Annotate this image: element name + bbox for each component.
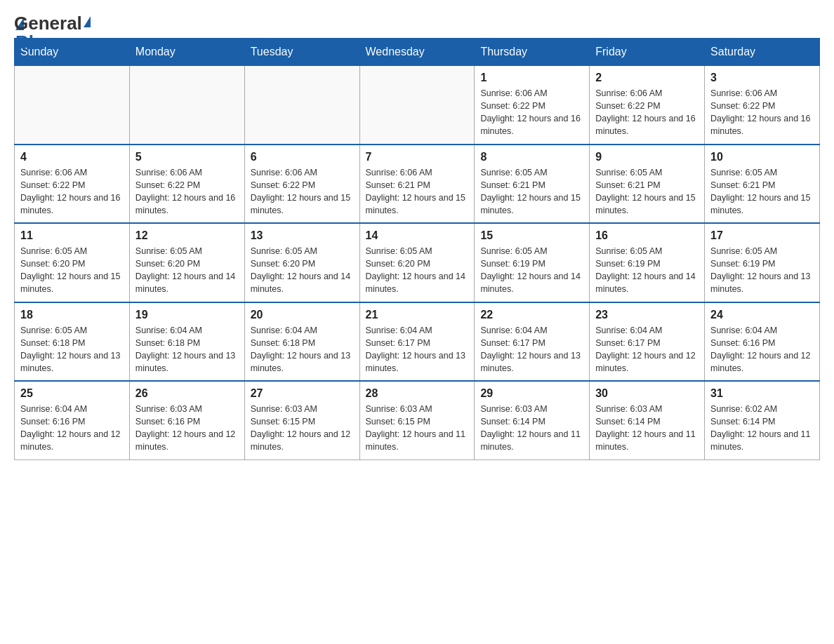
day-info: Sunrise: 6:05 AMSunset: 6:21 PMDaylight:… — [710, 166, 814, 217]
day-info: Sunrise: 6:05 AMSunset: 6:18 PMDaylight:… — [20, 324, 124, 375]
day-number: 22 — [480, 309, 583, 321]
day-number: 30 — [595, 387, 699, 400]
calendar-day-cell: 30Sunrise: 6:03 AMSunset: 6:14 PMDayligh… — [590, 381, 705, 459]
day-info: Sunrise: 6:03 AMSunset: 6:14 PMDaylight:… — [595, 403, 699, 454]
day-number: 28 — [366, 387, 469, 400]
day-number: 14 — [366, 229, 469, 242]
day-info: Sunrise: 6:03 AMSunset: 6:16 PMDaylight:… — [135, 403, 239, 454]
logo-arrow-icon — [84, 16, 91, 27]
calendar-day-cell: 16Sunrise: 6:05 AMSunset: 6:19 PMDayligh… — [590, 223, 705, 302]
logo-blue-part: Blue — [15, 32, 55, 53]
day-info: Sunrise: 6:03 AMSunset: 6:15 PMDaylight:… — [366, 403, 469, 454]
calendar-day-cell: 27Sunrise: 6:03 AMSunset: 6:15 PMDayligh… — [244, 381, 359, 459]
day-number: 21 — [366, 309, 469, 321]
calendar-week-row: 25Sunrise: 6:04 AMSunset: 6:16 PMDayligh… — [15, 381, 820, 459]
day-number: 16 — [595, 229, 699, 242]
day-info: Sunrise: 6:05 AMSunset: 6:20 PMDaylight:… — [366, 245, 469, 296]
calendar-day-cell: 5Sunrise: 6:06 AMSunset: 6:22 PMDaylight… — [129, 145, 244, 224]
day-info: Sunrise: 6:06 AMSunset: 6:22 PMDaylight:… — [595, 87, 699, 138]
calendar-day-cell — [129, 66, 244, 145]
day-number: 5 — [135, 151, 239, 163]
day-number: 11 — [20, 229, 124, 242]
day-info: Sunrise: 6:06 AMSunset: 6:22 PMDaylight:… — [480, 87, 583, 138]
page-header — [14, 14, 820, 31]
calendar-day-cell — [244, 66, 359, 145]
day-info: Sunrise: 6:04 AMSunset: 6:17 PMDaylight:… — [595, 324, 699, 375]
day-number: 13 — [251, 229, 354, 242]
calendar-week-row: 4Sunrise: 6:06 AMSunset: 6:22 PMDaylight… — [15, 145, 820, 224]
calendar-day-cell: 11Sunrise: 6:05 AMSunset: 6:20 PMDayligh… — [15, 223, 130, 302]
day-info: Sunrise: 6:06 AMSunset: 6:21 PMDaylight:… — [366, 166, 469, 217]
day-number: 1 — [480, 72, 583, 84]
day-number: 9 — [595, 151, 699, 163]
calendar-day-cell — [359, 66, 475, 145]
calendar-day-cell: 7Sunrise: 6:06 AMSunset: 6:21 PMDaylight… — [359, 145, 475, 224]
day-info: Sunrise: 6:05 AMSunset: 6:19 PMDaylight:… — [595, 245, 699, 296]
day-info: Sunrise: 6:04 AMSunset: 6:17 PMDaylight:… — [366, 324, 469, 375]
day-info: Sunrise: 6:06 AMSunset: 6:22 PMDaylight:… — [135, 166, 239, 217]
day-info: Sunrise: 6:02 AMSunset: 6:14 PMDaylight:… — [710, 403, 814, 454]
day-info: Sunrise: 6:03 AMSunset: 6:14 PMDaylight:… — [480, 403, 583, 454]
day-info: Sunrise: 6:05 AMSunset: 6:21 PMDaylight:… — [480, 166, 583, 217]
day-info: Sunrise: 6:05 AMSunset: 6:21 PMDaylight:… — [595, 166, 699, 217]
calendar-day-cell: 6Sunrise: 6:06 AMSunset: 6:22 PMDaylight… — [244, 145, 359, 224]
calendar-day-cell: 13Sunrise: 6:05 AMSunset: 6:20 PMDayligh… — [244, 223, 359, 302]
day-number: 25 — [20, 387, 124, 400]
calendar-day-cell: 31Sunrise: 6:02 AMSunset: 6:14 PMDayligh… — [705, 381, 820, 459]
calendar-day-cell: 17Sunrise: 6:05 AMSunset: 6:19 PMDayligh… — [705, 223, 820, 302]
calendar-day-cell: 20Sunrise: 6:04 AMSunset: 6:18 PMDayligh… — [244, 302, 359, 382]
day-number: 4 — [20, 151, 124, 163]
calendar-day-cell: 4Sunrise: 6:06 AMSunset: 6:22 PMDaylight… — [15, 145, 130, 224]
day-number: 7 — [366, 151, 469, 163]
day-info: Sunrise: 6:05 AMSunset: 6:19 PMDaylight:… — [710, 245, 814, 296]
day-number: 27 — [251, 387, 354, 400]
day-number: 29 — [480, 387, 583, 400]
day-number: 23 — [595, 309, 699, 321]
calendar-day-cell: 28Sunrise: 6:03 AMSunset: 6:15 PMDayligh… — [359, 381, 475, 459]
day-info: Sunrise: 6:05 AMSunset: 6:19 PMDaylight:… — [480, 245, 583, 296]
calendar-header-saturday: Saturday — [705, 39, 820, 66]
day-number: 20 — [251, 309, 354, 321]
calendar-week-row: 11Sunrise: 6:05 AMSunset: 6:20 PMDayligh… — [15, 223, 820, 302]
day-number: 8 — [480, 151, 583, 163]
calendar-day-cell: 15Sunrise: 6:05 AMSunset: 6:19 PMDayligh… — [475, 223, 590, 302]
day-number: 6 — [251, 151, 354, 163]
calendar-day-cell: 14Sunrise: 6:05 AMSunset: 6:20 PMDayligh… — [359, 223, 475, 302]
day-info: Sunrise: 6:05 AMSunset: 6:20 PMDaylight:… — [251, 245, 354, 296]
day-number: 10 — [710, 151, 814, 163]
day-info: Sunrise: 6:05 AMSunset: 6:20 PMDaylight:… — [20, 245, 124, 296]
day-number: 15 — [480, 229, 583, 242]
day-number: 31 — [710, 387, 814, 400]
calendar-day-cell: 24Sunrise: 6:04 AMSunset: 6:16 PMDayligh… — [705, 302, 820, 382]
day-info: Sunrise: 6:04 AMSunset: 6:16 PMDaylight:… — [20, 403, 124, 454]
calendar-day-cell: 21Sunrise: 6:04 AMSunset: 6:17 PMDayligh… — [359, 302, 475, 382]
calendar-day-cell: 2Sunrise: 6:06 AMSunset: 6:22 PMDaylight… — [590, 66, 705, 145]
calendar-header-thursday: Thursday — [475, 39, 590, 66]
day-info: Sunrise: 6:04 AMSunset: 6:18 PMDaylight:… — [135, 324, 239, 375]
calendar-week-row: 18Sunrise: 6:05 AMSunset: 6:18 PMDayligh… — [15, 302, 820, 382]
calendar-week-row: 1Sunrise: 6:06 AMSunset: 6:22 PMDaylight… — [15, 66, 820, 145]
calendar-header-wednesday: Wednesday — [359, 39, 475, 66]
calendar-day-cell: 9Sunrise: 6:05 AMSunset: 6:21 PMDaylight… — [590, 145, 705, 224]
day-info: Sunrise: 6:03 AMSunset: 6:15 PMDaylight:… — [251, 403, 354, 454]
calendar-day-cell: 25Sunrise: 6:04 AMSunset: 6:16 PMDayligh… — [15, 381, 130, 459]
day-number: 18 — [20, 309, 124, 321]
calendar-day-cell: 29Sunrise: 6:03 AMSunset: 6:14 PMDayligh… — [475, 381, 590, 459]
calendar-day-cell: 1Sunrise: 6:06 AMSunset: 6:22 PMDaylight… — [475, 66, 590, 145]
day-number: 17 — [710, 229, 814, 242]
calendar-table: SundayMondayTuesdayWednesdayThursdayFrid… — [14, 38, 820, 460]
calendar-day-cell: 23Sunrise: 6:04 AMSunset: 6:17 PMDayligh… — [590, 302, 705, 382]
day-info: Sunrise: 6:06 AMSunset: 6:22 PMDaylight:… — [251, 166, 354, 217]
calendar-header-row: SundayMondayTuesdayWednesdayThursdayFrid… — [15, 39, 820, 66]
day-number: 24 — [710, 309, 814, 321]
day-info: Sunrise: 6:06 AMSunset: 6:22 PMDaylight:… — [710, 87, 814, 138]
calendar-day-cell: 10Sunrise: 6:05 AMSunset: 6:21 PMDayligh… — [705, 145, 820, 224]
day-info: Sunrise: 6:04 AMSunset: 6:16 PMDaylight:… — [710, 324, 814, 375]
calendar-header-monday: Monday — [129, 39, 244, 66]
day-info: Sunrise: 6:05 AMSunset: 6:20 PMDaylight:… — [135, 245, 239, 296]
calendar-day-cell: 26Sunrise: 6:03 AMSunset: 6:16 PMDayligh… — [129, 381, 244, 459]
calendar-day-cell: 12Sunrise: 6:05 AMSunset: 6:20 PMDayligh… — [129, 223, 244, 302]
calendar-day-cell: 3Sunrise: 6:06 AMSunset: 6:22 PMDaylight… — [705, 66, 820, 145]
calendar-day-cell — [15, 66, 130, 145]
day-number: 26 — [135, 387, 239, 400]
